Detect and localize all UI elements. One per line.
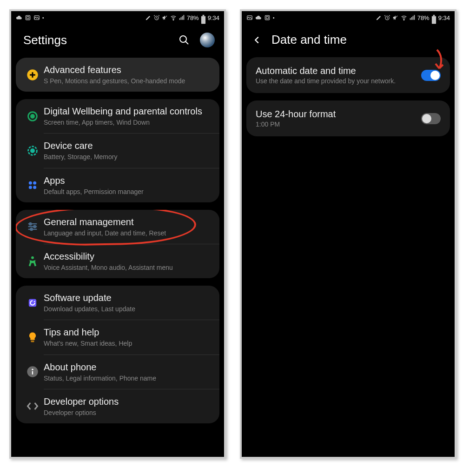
avatar[interactable]: [200, 33, 215, 47]
settings-header: Settings: [11, 24, 224, 58]
item-subtitle: Download updates, Last update: [44, 305, 211, 313]
back-button[interactable]: [250, 33, 264, 47]
svg-point-25: [31, 256, 34, 259]
settings-list[interactable]: Advanced features S Pen, Motions and ges…: [11, 58, 224, 423]
svg-point-21: [33, 186, 36, 189]
settings-item-dev[interactable]: Developer options Developer options: [16, 389, 219, 423]
battery-icon: [201, 14, 206, 21]
spen-icon: [145, 14, 152, 21]
svg-rect-1: [27, 17, 29, 19]
settings-item-accessibility[interactable]: Accessibility Voice Assistant, Mono audi…: [16, 244, 219, 278]
item-subtitle: Screen time, App timers, Wind Down: [44, 118, 211, 127]
battery-percent: 78%: [417, 14, 430, 21]
item-title: Automatic date and time: [256, 66, 421, 76]
alarm-icon: [153, 14, 160, 21]
item-title: Advanced features: [44, 64, 211, 76]
phone-settings: • 78% 9:34 Settings Advanced features S …: [9, 9, 226, 459]
item-text: Digital Wellbeing and parental controls …: [44, 106, 211, 127]
image-icon: [33, 14, 40, 21]
item-text: Use 24-hour format 1:00 PM: [256, 109, 421, 128]
screenshot-icon: [264, 14, 271, 21]
svg-rect-30: [32, 371, 33, 375]
svg-point-23: [33, 226, 36, 228]
status-right: 78% 9:34: [376, 14, 450, 21]
status-time: 9:34: [438, 14, 450, 21]
svg-rect-10: [202, 15, 204, 16]
datetime-header: Date and time: [242, 24, 455, 57]
search-icon: [178, 34, 190, 46]
chevron-left-icon: [252, 35, 262, 45]
item-subtitle: Language and input, Date and time, Reset: [44, 229, 211, 237]
search-button[interactable]: [176, 32, 192, 48]
settings-card: Software update Download updates, Last u…: [16, 286, 219, 423]
datetime-card: Use 24-hour format 1:00 PM: [246, 100, 450, 136]
svg-rect-8: [183, 15, 184, 20]
item-text: Accessibility Voice Assistant, Mono audi…: [44, 251, 211, 272]
item-title: Device care: [44, 140, 211, 152]
svg-rect-40: [432, 16, 436, 24]
item-subtitle: What's new, Smart ideas, Help: [44, 339, 211, 348]
mute-icon: [162, 14, 168, 21]
spen-icon: [376, 14, 382, 21]
item-subtitle: Use the date and time provided by your n…: [256, 77, 421, 85]
svg-rect-41: [433, 15, 435, 16]
wifi-icon: [170, 14, 177, 21]
toggle-switch[interactable]: [421, 113, 441, 124]
settings-item-general[interactable]: General management Language and input, D…: [16, 210, 219, 244]
settings-item-about[interactable]: About phone Status, Legal information, P…: [16, 355, 219, 389]
more-dot: •: [42, 15, 44, 20]
svg-point-29: [32, 369, 33, 371]
status-time: 9:34: [208, 14, 219, 21]
item-subtitle: Default apps, Permission manager: [44, 187, 211, 196]
svg-point-15: [31, 114, 34, 118]
item-text: Software update Download updates, Last u…: [44, 292, 211, 313]
settings-card: Advanced features S Pen, Motions and ges…: [16, 58, 219, 92]
item-text: General management Language and input, D…: [44, 216, 211, 237]
settings-item-wellbeing[interactable]: Digital Wellbeing and parental controls …: [16, 99, 219, 133]
svg-point-12: [180, 36, 186, 42]
item-text: Developer options Developer options: [44, 396, 211, 417]
settings-card: Digital Wellbeing and parental controls …: [16, 99, 219, 202]
svg-point-4: [173, 20, 174, 20]
datetime-item[interactable]: Automatic date and time Use the date and…: [246, 57, 450, 93]
svg-rect-32: [265, 15, 269, 20]
settings-item-tips[interactable]: Tips and help What's new, Smart ideas, H…: [16, 320, 219, 354]
item-text: Automatic date and time Use the date and…: [256, 66, 421, 85]
settings-card: General management Language and input, D…: [16, 210, 219, 278]
svg-point-20: [29, 186, 32, 189]
status-right: 78% 9:34: [145, 14, 219, 21]
devicecare-icon: [21, 144, 44, 157]
tips-icon: [21, 331, 44, 344]
mute-icon: [392, 14, 399, 21]
svg-point-18: [29, 181, 32, 185]
svg-rect-27: [31, 341, 34, 342]
general-icon: [21, 220, 44, 233]
settings-item-devicecare[interactable]: Device care Battery, Storage, Memory: [16, 134, 219, 167]
page-title: Settings: [23, 33, 168, 47]
item-title: Use 24-hour format: [256, 109, 421, 120]
item-text: About phone Status, Legal information, P…: [44, 361, 211, 382]
battery-icon: [431, 14, 436, 21]
datetime-list[interactable]: Automatic date and time Use the date and…: [242, 57, 455, 136]
item-title: Software update: [44, 292, 211, 304]
screenshot-icon: [25, 14, 31, 21]
settings-item-apps[interactable]: Apps Default apps, Permission manager: [16, 168, 219, 202]
accessibility-icon: [21, 255, 44, 268]
status-left: •: [16, 14, 44, 21]
item-text: Apps Default apps, Permission manager: [44, 175, 211, 196]
signal-icon: [409, 14, 416, 21]
item-subtitle: Voice Assistant, Mono audio, Assistant m…: [44, 263, 211, 272]
status-left: •: [246, 14, 275, 21]
item-title: Digital Wellbeing and parental controls: [44, 106, 211, 117]
settings-item-advanced[interactable]: Advanced features S Pen, Motions and ges…: [16, 58, 219, 92]
item-subtitle: Status, Legal information, Phone name: [44, 374, 211, 382]
datetime-item[interactable]: Use 24-hour format 1:00 PM: [246, 100, 450, 136]
settings-item-update[interactable]: Software update Download updates, Last u…: [16, 286, 219, 320]
dev-icon: [21, 400, 44, 413]
svg-rect-7: [182, 16, 183, 20]
toggle-switch[interactable]: [421, 70, 441, 81]
item-subtitle: Developer options: [44, 408, 211, 417]
svg-rect-33: [266, 17, 269, 19]
cloud-icon: [255, 14, 262, 21]
svg-rect-38: [412, 16, 413, 20]
